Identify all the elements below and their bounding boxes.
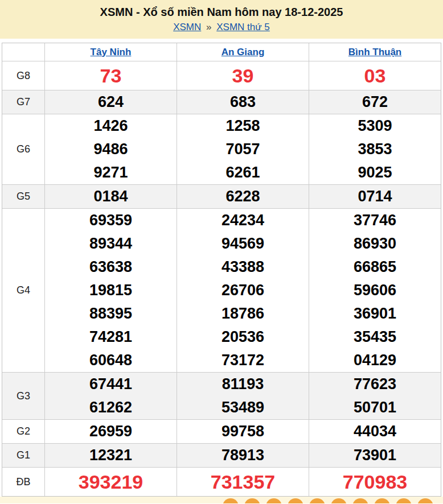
result-number: 731357 (211, 468, 275, 496)
prize-label: G1 (2, 444, 45, 467)
result-number: 53489 (222, 396, 264, 419)
result-number: 624 (98, 90, 124, 114)
result-cell: 99758 (177, 420, 309, 443)
prize-label: G7 (2, 90, 45, 114)
result-number: 73172 (222, 349, 264, 372)
result-number: 36901 (354, 302, 396, 325)
result-number: 5309 (358, 114, 392, 138)
result-cell: 24234945694338826706187862053673172 (177, 209, 309, 372)
result-cell: 672 (309, 90, 441, 114)
result-number: 35435 (354, 325, 396, 349)
result-number: 26959 (89, 420, 132, 443)
breadcrumb-link-current[interactable]: XSMN thứ 5 (216, 22, 270, 32)
result-cell: 44034 (309, 420, 441, 443)
result-number: 0184 (93, 185, 128, 208)
result-cell: 12321 (45, 444, 177, 467)
lottery-ball-icon (223, 498, 239, 503)
result-number: 18786 (222, 302, 264, 325)
table-row-g4: G469359893446363819815883957428160648242… (2, 209, 441, 373)
result-cell: 0714 (309, 185, 441, 208)
result-number: 20536 (222, 325, 264, 349)
result-number: 1426 (93, 114, 128, 138)
column-header-binh-thuan: Bình Thuận (309, 43, 441, 61)
province-link-an-giang[interactable]: An Giang (222, 47, 265, 58)
result-cell: 8119353489 (177, 373, 309, 419)
lottery-ball-icon (331, 498, 347, 503)
prize-label: ĐB (2, 468, 45, 496)
result-number: 86930 (354, 232, 396, 255)
result-number: 99758 (222, 420, 264, 443)
lottery-ball-icon (374, 498, 390, 503)
table-row-g3: G3674416126281193534897762350701 (2, 373, 441, 420)
result-number: 73 (100, 61, 122, 90)
lottery-ball-icon (288, 498, 303, 503)
result-number: 69359 (89, 209, 132, 232)
result-cell: 125870576261 (177, 114, 309, 184)
result-number: 66865 (354, 255, 396, 279)
column-header-an-giang: An Giang (177, 43, 309, 61)
result-cell: 770983 (309, 468, 441, 496)
result-number: 9025 (358, 161, 392, 184)
result-cell: 73 (45, 61, 177, 90)
result-number: 6228 (225, 185, 260, 208)
result-number: 04129 (354, 349, 396, 372)
result-number: 63638 (89, 255, 132, 279)
result-number: 1258 (225, 114, 260, 138)
prize-label: G2 (2, 420, 45, 443)
lottery-ball-icon (417, 498, 433, 503)
result-cell: 0184 (45, 185, 177, 208)
result-cell: 6744161262 (45, 373, 177, 419)
result-number: 9271 (93, 161, 128, 184)
result-number: 672 (362, 90, 388, 114)
lottery-ball-icon (266, 498, 282, 503)
result-number: 94569 (222, 232, 264, 255)
result-cell: 39 (177, 61, 309, 90)
result-number: 03 (364, 61, 386, 90)
result-number: 88395 (89, 302, 132, 325)
result-number: 77623 (354, 373, 396, 396)
prize-label: G6 (2, 114, 45, 184)
province-link-tay-ninh[interactable]: Tây Ninh (91, 47, 132, 58)
table-row-g7: G7624683672 (2, 90, 441, 114)
column-header-tay-ninh: Tây Ninh (45, 43, 177, 61)
result-cell: 73901 (309, 444, 441, 467)
prize-label: G3 (2, 373, 45, 419)
table-row-g2: G2269599975844034 (2, 420, 441, 444)
result-number: 9486 (93, 138, 128, 161)
result-cell: 7762350701 (309, 373, 441, 419)
result-number: 89344 (89, 232, 132, 255)
table-row-g6: G6142694869271125870576261530938539025 (2, 114, 441, 185)
result-cell: 142694869271 (45, 114, 177, 184)
lottery-results-table: Tây Ninh An Giang Bình Thuận G8733903G76… (2, 43, 441, 497)
result-number: 24234 (222, 209, 264, 232)
result-number: 0714 (358, 185, 392, 208)
breadcrumb-link-xsmn[interactable]: XSMN (173, 22, 201, 32)
result-cell: 78913 (177, 444, 309, 467)
prize-label: G5 (2, 185, 45, 208)
result-number: 73901 (354, 444, 396, 467)
result-cell: 03 (309, 61, 441, 90)
result-number: 12321 (89, 444, 132, 467)
page-title: XSMN - Xổ số miền Nam hôm nay 18-12-2025 (0, 6, 443, 19)
next-section-balls-strip (0, 497, 443, 503)
result-number: 59606 (354, 279, 396, 302)
lottery-ball-icon (309, 498, 325, 503)
result-cell: 69359893446363819815883957428160648 (45, 209, 177, 372)
result-number: 19815 (89, 279, 132, 302)
result-number: 81193 (222, 373, 264, 396)
result-number: 37746 (354, 209, 396, 232)
result-number: 78913 (222, 444, 264, 467)
province-link-binh-thuan[interactable]: Bình Thuận (348, 47, 401, 58)
result-number: 26706 (222, 279, 264, 302)
table-header-row: Tây Ninh An Giang Bình Thuận (2, 43, 441, 61)
result-cell: 530938539025 (309, 114, 441, 184)
result-number: 74281 (89, 325, 132, 349)
table-body: G8733903G7624683672G61426948692711258705… (2, 61, 441, 496)
table-row-g1: G1123217891373901 (2, 444, 441, 468)
result-cell: 393219 (45, 468, 177, 496)
result-number: 43388 (222, 255, 264, 279)
result-cell: 731357 (177, 468, 309, 496)
result-number: 60648 (89, 349, 132, 372)
result-number: 6261 (225, 161, 260, 184)
table-row-g5: G5018462280714 (2, 185, 441, 209)
